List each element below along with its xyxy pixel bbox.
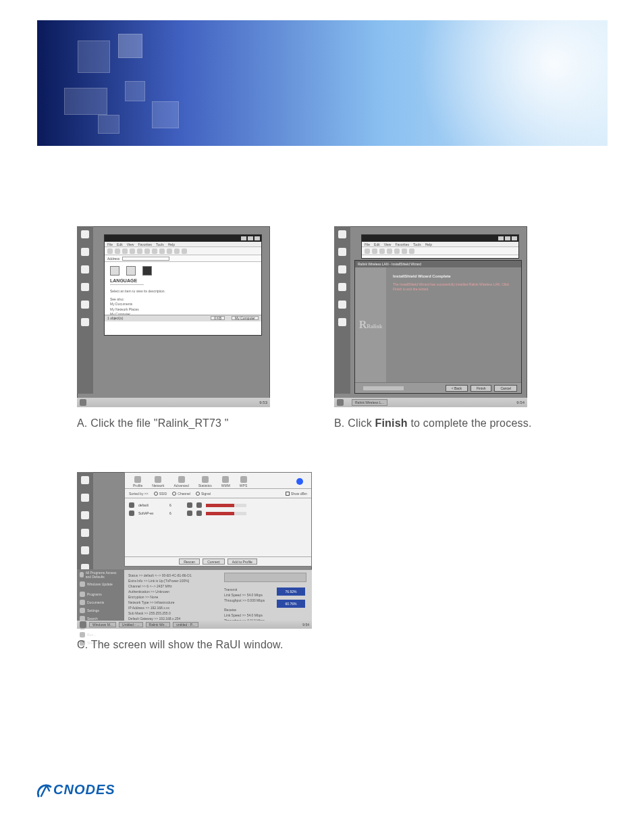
taskbar-icon[interactable] <box>338 318 346 326</box>
screenshot-c: Profile Network Advanced Statistics WMM … <box>77 472 312 629</box>
taskbar-icon[interactable] <box>81 248 89 256</box>
folder-icon[interactable] <box>110 266 119 276</box>
ralink-rt73-file-icon[interactable] <box>142 266 152 276</box>
back-icon[interactable] <box>365 249 370 254</box>
views-icon[interactable] <box>182 249 187 254</box>
start-button[interactable] <box>80 621 86 628</box>
minimize-button[interactable] <box>498 236 504 240</box>
search-icon[interactable] <box>130 249 135 254</box>
undo-icon[interactable] <box>174 249 180 254</box>
ap-row[interactable]: SoftAP-ex 6 <box>129 509 307 517</box>
radio-ssid[interactable] <box>154 492 158 496</box>
mode-icon <box>196 502 202 508</box>
minimize-button[interactable] <box>241 236 246 240</box>
up-icon[interactable] <box>122 249 128 254</box>
start-menu-item[interactable]: Documents <box>77 598 124 606</box>
acnodes-logo: CNODES <box>37 782 115 798</box>
menu-item[interactable]: File <box>107 242 113 246</box>
taskbar-icon[interactable] <box>338 230 346 238</box>
ap-row[interactable]: default 6 <box>129 501 307 509</box>
add-to-profile-button[interactable]: Add to Profile <box>227 558 257 565</box>
cancel-button[interactable]: Cancel <box>494 385 517 392</box>
forward-icon[interactable] <box>372 249 377 254</box>
start-menu-item[interactable]: Settings <box>77 606 124 615</box>
decor-chip <box>152 101 179 128</box>
tab-statistics[interactable]: Statistics <box>194 475 216 488</box>
menu-item[interactable]: Tools <box>156 242 164 246</box>
menu-item[interactable]: Edit <box>374 242 380 246</box>
help-button[interactable] <box>292 475 307 488</box>
taskbar-icon[interactable] <box>81 511 89 519</box>
search-icon[interactable] <box>387 249 392 254</box>
delete-icon[interactable] <box>167 249 172 254</box>
taskbar-icon[interactable] <box>338 301 346 309</box>
radio-channel[interactable] <box>172 492 176 496</box>
taskbar-task[interactable]: Untitled - ... <box>119 622 143 627</box>
tab-wps[interactable]: WPS <box>236 475 251 488</box>
up-icon[interactable] <box>379 249 385 254</box>
taskbar-icon[interactable] <box>81 265 89 273</box>
views-icon[interactable] <box>409 249 414 254</box>
taskbar-task[interactable]: untitled - P... <box>173 622 198 627</box>
finish-button[interactable]: Finish <box>471 385 491 392</box>
close-button[interactable] <box>254 236 260 240</box>
taskbar-task[interactable]: Ralink Wireless L... <box>352 399 387 406</box>
maximize-button[interactable] <box>505 236 510 240</box>
taskbar-icon[interactable] <box>338 248 346 256</box>
start-menu-item[interactable]: Run... <box>77 631 124 639</box>
taskbar-icon[interactable] <box>81 318 89 326</box>
folders-icon[interactable] <box>394 249 400 254</box>
copy-icon[interactable] <box>159 249 165 254</box>
taskbar-icon[interactable] <box>81 283 89 291</box>
taskbar-icon[interactable] <box>81 476 89 484</box>
menu-item[interactable]: View <box>127 242 134 246</box>
move-icon[interactable] <box>152 249 157 254</box>
taskbar-icon[interactable] <box>81 529 89 537</box>
vertical-taskbar <box>77 226 93 394</box>
tx-speed: Link Speed >> 54.0 Mbps <box>224 593 265 597</box>
rescan-button[interactable]: Rescan <box>179 558 200 565</box>
taskbar-icon[interactable] <box>81 230 89 238</box>
taskbar-icon[interactable] <box>81 301 89 309</box>
back-button[interactable]: < Back <box>446 385 468 392</box>
menu-item[interactable]: Favorites <box>138 242 152 246</box>
menu-item[interactable]: Edit <box>117 242 123 246</box>
history-icon[interactable] <box>144 249 150 254</box>
menu-item[interactable]: Help <box>168 242 175 246</box>
menu-item[interactable]: View <box>384 242 392 246</box>
menu-item[interactable]: Help <box>425 242 432 246</box>
taskbar-task[interactable]: Ralink Wir... <box>146 622 171 627</box>
status-location: My Computer <box>232 316 259 320</box>
tab-network[interactable]: Network <box>148 475 168 488</box>
radio-signal[interactable] <box>196 492 200 496</box>
start-button[interactable] <box>80 399 86 406</box>
start-button[interactable] <box>337 399 344 406</box>
back-icon[interactable] <box>107 249 113 254</box>
folders-icon[interactable] <box>137 249 142 254</box>
start-menu-item[interactable]: All Programs Access and Defaults <box>77 569 124 580</box>
taskbar-task[interactable]: Windows M... <box>89 622 116 627</box>
menu-item[interactable]: Favorites <box>395 242 409 246</box>
link-my-network-places[interactable]: My Network Places <box>110 307 256 313</box>
tab-advanced[interactable]: Advanced <box>170 475 193 488</box>
taskbar-icon[interactable] <box>338 265 346 273</box>
history-icon[interactable] <box>402 249 407 254</box>
start-menu-item[interactable]: Programs <box>77 590 124 598</box>
connect-button[interactable]: Connect <box>203 558 225 565</box>
taskbar-icon[interactable] <box>81 546 89 554</box>
folder-icon[interactable] <box>126 266 136 276</box>
taskbar-icon[interactable] <box>81 494 89 502</box>
menu-item[interactable]: File <box>365 242 370 246</box>
rx-speed: Link Speed >> 54.0 Mbps <box>224 613 265 617</box>
close-button[interactable] <box>512 236 517 240</box>
menu-item[interactable]: Tools <box>413 242 421 246</box>
tab-wmm[interactable]: WMM <box>217 475 234 488</box>
address-field[interactable] <box>122 257 169 261</box>
taskbar-icon[interactable] <box>338 283 346 291</box>
link-my-documents[interactable]: My Documents <box>110 302 256 307</box>
tab-profile[interactable]: Profile <box>129 475 146 488</box>
maximize-button[interactable] <box>248 236 253 240</box>
forward-icon[interactable] <box>115 249 120 254</box>
start-menu-item[interactable]: Windows Update <box>77 580 124 588</box>
checkbox-showdbm[interactable] <box>286 492 290 496</box>
